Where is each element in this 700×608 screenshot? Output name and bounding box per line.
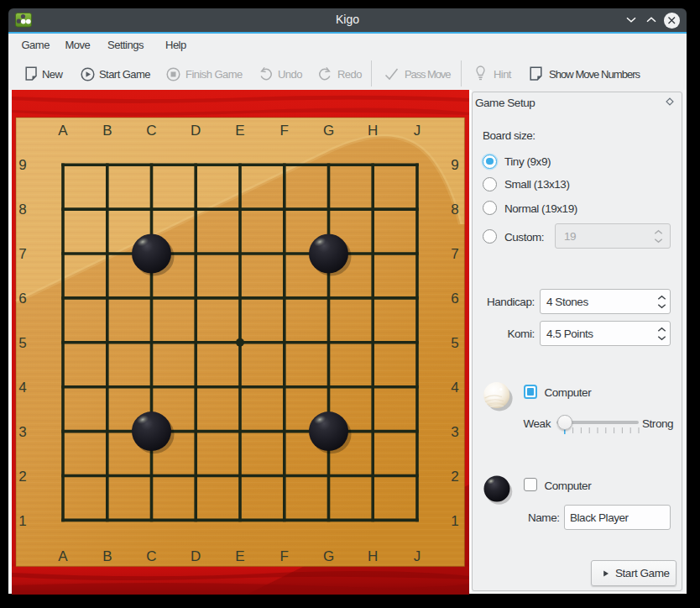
svg-text:G: G	[323, 123, 334, 139]
svg-text:6: 6	[451, 291, 458, 307]
svg-text:6: 6	[18, 291, 26, 307]
svg-text:4: 4	[451, 380, 458, 396]
svg-text:7: 7	[451, 246, 458, 262]
svg-text:C: C	[146, 123, 156, 139]
svg-text:8: 8	[18, 202, 26, 218]
svg-text:8: 8	[451, 202, 458, 218]
svg-text:3: 3	[18, 424, 26, 440]
svg-text:J: J	[414, 123, 421, 139]
svg-text:A: A	[58, 548, 68, 564]
svg-text:2: 2	[18, 469, 26, 485]
svg-text:3: 3	[451, 424, 458, 440]
svg-text:C: C	[146, 548, 156, 564]
svg-text:9: 9	[18, 157, 26, 173]
svg-text:7: 7	[18, 246, 26, 262]
svg-text:1: 1	[18, 513, 26, 529]
svg-text:G: G	[323, 548, 334, 564]
svg-text:4: 4	[18, 380, 26, 396]
svg-text:5: 5	[18, 335, 26, 351]
svg-text:1: 1	[451, 513, 458, 529]
svg-text:D: D	[191, 123, 201, 139]
svg-text:A: A	[58, 123, 68, 139]
svg-text:B: B	[102, 548, 112, 564]
svg-text:5: 5	[451, 335, 458, 351]
svg-text:F: F	[280, 123, 289, 139]
svg-text:B: B	[102, 123, 112, 139]
svg-text:E: E	[235, 548, 244, 564]
svg-text:H: H	[368, 548, 378, 564]
svg-text:F: F	[280, 548, 289, 564]
svg-text:9: 9	[451, 157, 458, 173]
svg-text:D: D	[191, 548, 201, 564]
svg-text:E: E	[235, 123, 244, 139]
svg-text:J: J	[414, 548, 421, 564]
svg-text:2: 2	[451, 469, 458, 485]
svg-text:H: H	[368, 123, 378, 139]
